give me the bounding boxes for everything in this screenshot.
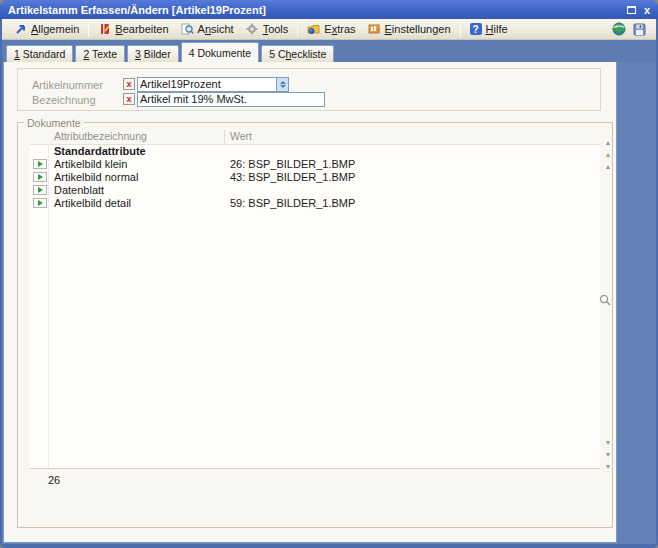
toolbar-separator (460, 22, 461, 37)
menu-ansicht[interactable]: Ansicht (175, 21, 240, 38)
scroll-bottom-icon[interactable]: ▼ (603, 462, 613, 471)
close-icon[interactable]: x (644, 5, 650, 15)
menu-label: Extras (324, 23, 355, 35)
scroll-down-page-icon[interactable]: ▼ (603, 438, 613, 447)
document-link-icon (33, 172, 47, 182)
gear-icon (246, 23, 259, 36)
attribute-grid: Standardattribute Artikelbild klein 26: … (30, 144, 600, 468)
document-link-icon (33, 159, 47, 169)
icon-column-separator (48, 144, 49, 468)
column-header-wert[interactable]: Wert (230, 130, 252, 142)
menu-bearbeiten[interactable]: Bearbeiten (92, 21, 174, 38)
menu-hilfe[interactable]: ? Hilfe (464, 21, 514, 37)
dokumente-groupbox: Dokumente Attributbezeichnung Wert Stand… (17, 122, 613, 528)
grid-row-artikelbild-klein[interactable]: Artikelbild klein 26: BSP_BILDER_1.BMP (30, 158, 600, 171)
tab-texte[interactable]: 2 Texte (75, 45, 125, 62)
clear-field-icon[interactable]: x (123, 78, 135, 90)
menu-label: Ansicht (198, 23, 234, 35)
globe-icon[interactable] (612, 22, 626, 36)
menu-label: Einstellungen (385, 23, 451, 35)
tab-standard[interactable]: 1 Standard (6, 45, 73, 62)
tab-strip: 1 Standard 2 Texte 3 Bilder 4 Dokumente … (2, 40, 656, 62)
menu-extras[interactable]: Extras (301, 21, 361, 38)
settings-icon (368, 23, 381, 36)
menu-label: Hilfe (486, 23, 508, 35)
lookup-spinner-icon[interactable] (276, 78, 288, 91)
help-icon: ? (470, 23, 482, 35)
grid-row-datenblatt[interactable]: Datenblatt (30, 184, 600, 197)
detail-value: 26 (48, 474, 60, 486)
column-header-attributbezeichnung[interactable]: Attributbezeichnung (54, 130, 147, 142)
magnifier-page-icon (181, 23, 194, 36)
scroll-down-icon[interactable]: ▼ (603, 450, 613, 459)
detail-divider (30, 468, 600, 469)
search-icon[interactable] (598, 293, 614, 309)
document-link-icon (33, 198, 47, 208)
grid-nav-strip: ▲ ▲ ▲ ▼ ▼ ▼ (602, 130, 614, 468)
document-link-icon (33, 185, 47, 195)
menu-einstellungen[interactable]: Einstellungen (362, 21, 457, 38)
toolbar-separator (297, 22, 298, 37)
tab-dokumente[interactable]: 4 Dokumente (181, 42, 259, 62)
window-title: Artikelstamm Erfassen/Ändern [Artikel19P… (8, 4, 266, 16)
tab-page-dokumente: Artikelnummer x Artikel19Prozent Bezeich… (3, 62, 617, 543)
grid-row-artikelbild-detail[interactable]: Artikelbild detail 59: BSP_BILDER_1.BMP (30, 197, 600, 210)
scroll-up-page-icon[interactable]: ▲ (603, 162, 613, 171)
app-window: Artikelstamm Erfassen/Ändern [Artikel19P… (0, 0, 658, 548)
tab-checkliste[interactable]: 5 Checkliste (261, 45, 334, 62)
clear-field-icon[interactable]: x (123, 93, 135, 105)
menu-bar: Allgemein Bearbeiten Ansicht Tools (2, 19, 656, 40)
artikelnummer-label: Artikelnummer (32, 79, 103, 91)
artikelnummer-input[interactable]: Artikel19Prozent (137, 77, 289, 92)
menu-label: Allgemein (31, 23, 79, 35)
article-form: Artikelnummer x Artikel19Prozent Bezeich… (17, 68, 601, 111)
title-bar: Artikelstamm Erfassen/Ändern [Artikel19P… (0, 0, 658, 19)
edit-book-icon (98, 23, 111, 36)
menu-tools[interactable]: Tools (240, 21, 295, 38)
grid-row-artikelbild-normal[interactable]: Artikelbild normal 43: BSP_BILDER_1.BMP (30, 171, 600, 184)
tab-bilder[interactable]: 3 Bilder (127, 45, 179, 62)
menu-allgemein[interactable]: Allgemein (8, 21, 85, 38)
save-icon[interactable] (633, 23, 646, 36)
scroll-top-icon[interactable]: ▲ (603, 138, 613, 147)
arrow-up-right-icon (14, 23, 27, 36)
grid-header: Attributbezeichnung Wert (30, 130, 600, 144)
menu-label: Bearbeiten (115, 23, 168, 35)
groupbox-label: Dokumente (24, 117, 84, 129)
extras-icon (307, 23, 320, 36)
toolbar-separator (88, 22, 89, 37)
grid-group-row[interactable]: Standardattribute (30, 145, 600, 158)
bezeichnung-input[interactable]: Artikel mit 19% MwSt. (137, 92, 325, 107)
bezeichnung-label: Bezeichnung (32, 94, 96, 106)
restore-icon[interactable] (627, 6, 636, 14)
scroll-up-icon[interactable]: ▲ (603, 150, 613, 159)
menu-label: Tools (263, 23, 289, 35)
